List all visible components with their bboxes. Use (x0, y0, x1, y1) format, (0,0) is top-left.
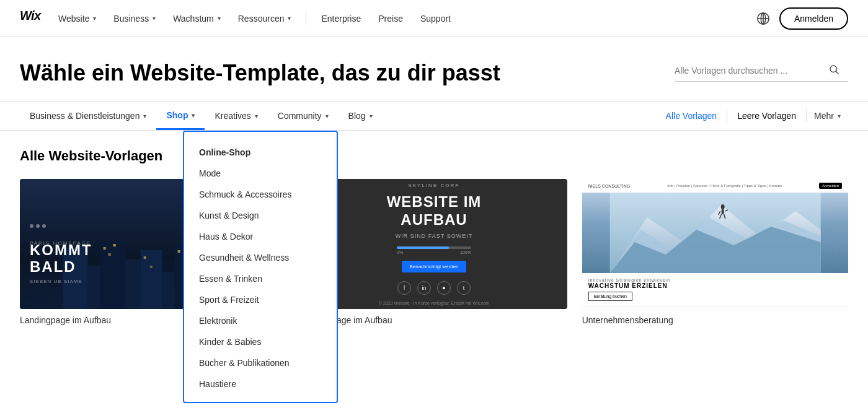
cat-more-label: Mehr (814, 111, 834, 121)
template-card-2[interactable]: SKYLINE CORP WEBSITE IMAUFBAU WIR SIND F… (301, 179, 567, 325)
dropdown-item-haustiere[interactable]: Haustiere (184, 373, 337, 394)
thumb3-anmelden: Anmelden (819, 183, 842, 189)
nav-website-label: Website (58, 14, 89, 24)
nav-ressourcen[interactable]: Ressourcen ▾ (231, 9, 299, 28)
cat-blog-chevron: ▾ (370, 113, 373, 120)
main-content: Alle Website-Vorlagen (0, 131, 868, 342)
template-card-3[interactable]: NIELS CONSULTING Info | Projekte | Servi… (582, 179, 848, 325)
thumb3-subtext: Innovative Strategien entwickeln (588, 278, 842, 282)
thumb3-text-area: Innovative Strategien entwickeln WACHSTU… (582, 273, 848, 306)
svg-line-6 (836, 71, 838, 74)
wix-logo[interactable]: Wix (20, 7, 51, 30)
cat-alle-vorlagen[interactable]: Alle Vorlagen (656, 102, 727, 129)
svg-text:Wix: Wix (20, 9, 42, 22)
dropdown-item-essen[interactable]: Essen & Trinken (184, 268, 337, 289)
thumb2-linkedin-icon: in (417, 281, 431, 295)
cat-community[interactable]: Community ▾ (268, 102, 339, 129)
cat-kreatives[interactable]: Kreatives ▾ (205, 102, 267, 129)
cat-business-chevron: ▾ (143, 113, 146, 120)
template-label-2: Landingpage im Aufbau (301, 315, 567, 325)
nav-enterprise[interactable]: Enterprise (314, 9, 368, 28)
cat-kreatives-label: Kreatives (215, 111, 250, 121)
thumb2-headline: WEBSITE IMAUFBAU (387, 193, 482, 229)
thumb2-notify-btn[interactable]: Benachrichtigt werden (402, 261, 466, 272)
cat-shop-label: Shop (166, 110, 188, 120)
thumb2-social-icons: f in ● t (397, 281, 471, 295)
thumb2-facebook-icon: f (397, 281, 411, 295)
nav-wachstum[interactable]: Wachstum ▾ (166, 9, 228, 28)
page-title: Wähle ein Website-Template, das zu dir p… (20, 59, 500, 86)
cat-community-label: Community (278, 111, 322, 121)
cat-blog-label: Blog (348, 111, 366, 121)
template-label-3: Unternehmensberatung (582, 315, 848, 325)
cat-shop[interactable]: Shop ▾ (156, 102, 205, 130)
nav-ressourcen-chevron: ▾ (288, 15, 291, 22)
dropdown-item-gesundheit[interactable]: Gesundheit & Wellness (184, 247, 337, 268)
shop-dropdown: Online-Shop Mode Schmuck & Accessoires K… (183, 131, 338, 403)
cat-right: Alle Vorlagen Leere Vorlagen Mehr ▾ (656, 102, 848, 129)
nav-website[interactable]: Website ▾ (51, 9, 104, 28)
cat-business-label: Business & Dienstleistungen (30, 111, 140, 121)
svg-rect-29 (721, 209, 724, 214)
svg-point-5 (830, 66, 837, 72)
dropdown-item-schmuck[interactable]: Schmuck & Accessoires (184, 184, 337, 205)
nav-wachstum-chevron: ▾ (218, 15, 221, 22)
thumb3-nav: NIELS CONSULTING Info | Projekte | Servi… (582, 179, 848, 193)
category-bar: Business & Dienstleistungen ▾ Shop ▾ Kre… (0, 101, 868, 131)
search-input[interactable] (675, 66, 823, 76)
thumb2-site-label: SKYLINE CORP (408, 183, 459, 188)
thumb3-nav-items: Info | Projekte | Services | Filme & Fot… (667, 184, 782, 188)
thumb2-instagram-icon: ● (437, 281, 451, 295)
nav-ressourcen-label: Ressourcen (238, 14, 285, 24)
nav-separator (306, 12, 306, 25)
dropdown-item-elektronik[interactable]: Elektronik (184, 310, 337, 331)
dropdown-item-mode[interactable]: Mode (184, 163, 337, 184)
dropdown-item-sport[interactable]: Sport & Freizeit (184, 289, 337, 310)
cat-business[interactable]: Business & Dienstleistungen ▾ (20, 102, 156, 129)
search-area (675, 64, 848, 82)
thumb2-twitter-icon: t (457, 281, 471, 295)
cat-more-chevron: ▾ (838, 113, 841, 120)
nav-business[interactable]: Business ▾ (106, 9, 163, 28)
section-title: Alle Website-Vorlagen (20, 148, 848, 164)
cat-shop-chevron: ▾ (192, 112, 195, 119)
cat-community-chevron: ▾ (326, 113, 329, 120)
nav-actions: Anmelden (755, 7, 848, 30)
nav-business-chevron: ▾ (153, 15, 156, 22)
nav-business-label: Business (113, 14, 149, 24)
thumb2-footer: © 2023 Website · In Kürze verfügbar. Ers… (379, 301, 489, 305)
nav-wachstum-label: Wachstum (173, 14, 214, 24)
thumb3-footer: SERVICES PROJEKTE KUNDEN (582, 306, 848, 309)
thumb2-progress-fill (397, 246, 449, 249)
thumb3-headline: WACHSTUM ERZIELEN (588, 282, 842, 289)
nav-support[interactable]: Support (413, 9, 458, 28)
header-section: Wähle ein Website-Template, das zu dir p… (0, 37, 868, 101)
template-thumb-2: SKYLINE CORP WEBSITE IMAUFBAU WIR SIND F… (301, 179, 567, 309)
signin-button[interactable]: Anmelden (779, 7, 848, 30)
dropdown-item-kunst[interactable]: Kunst & Design (184, 205, 337, 226)
cat-blog[interactable]: Blog ▾ (339, 102, 383, 129)
navbar: Wix Website ▾ Business ▾ Wachstum ▾ Ress… (0, 0, 868, 37)
thumb3-brand: NIELS CONSULTING (588, 184, 631, 188)
template-grid: PARIS HOMEPAGE KOMMTBALD SIEBEN UB SIAME… (20, 179, 848, 325)
nav-links: Website ▾ Business ▾ Wachstum ▾ Ressourc… (51, 9, 755, 28)
cat-kreatives-chevron: ▾ (255, 113, 258, 120)
template-thumb-3: NIELS CONSULTING Info | Projekte | Servi… (582, 179, 848, 309)
globe-icon[interactable] (755, 10, 772, 27)
cat-more[interactable]: Mehr ▾ (807, 102, 848, 129)
thumb3-cta-btn[interactable]: Beratung buchen (588, 292, 632, 301)
thumb2-progress-labels: 0% 100% (397, 250, 471, 255)
nav-website-chevron: ▾ (93, 15, 96, 22)
dropdown-item-kinder[interactable]: Kinder & Babies (184, 331, 337, 352)
thumb3-image (582, 193, 848, 273)
dropdown-item-buecher[interactable]: Bücher & Publikationen (184, 352, 337, 373)
search-icon[interactable] (828, 64, 839, 77)
thumb2-subtext: WIR SIND FAST SOWEIT (396, 233, 472, 239)
cat-leere-vorlagen[interactable]: Leere Vorlagen (727, 102, 806, 129)
thumb2-progress-bar (397, 246, 471, 249)
nav-preise[interactable]: Preise (371, 9, 410, 28)
svg-point-28 (720, 204, 724, 209)
dropdown-item-haus[interactable]: Haus & Dekor (184, 226, 337, 247)
dropdown-item-online-shop[interactable]: Online-Shop (184, 142, 337, 163)
